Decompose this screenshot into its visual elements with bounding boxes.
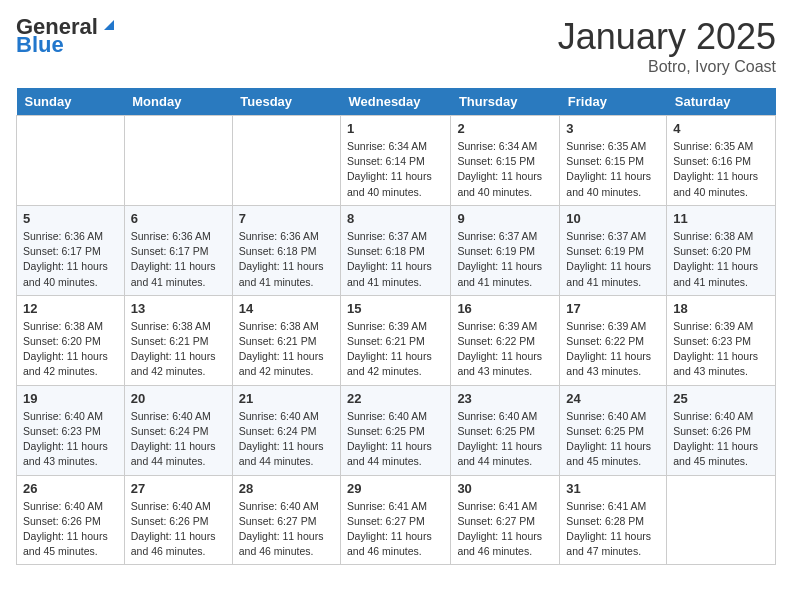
calendar-week-row: 5Sunrise: 6:36 AM Sunset: 6:17 PM Daylig… [17, 205, 776, 295]
day-info: Sunrise: 6:38 AM Sunset: 6:20 PM Dayligh… [23, 319, 118, 380]
day-header-monday: Monday [124, 88, 232, 116]
day-info: Sunrise: 6:40 AM Sunset: 6:27 PM Dayligh… [239, 499, 334, 560]
day-info: Sunrise: 6:39 AM Sunset: 6:22 PM Dayligh… [457, 319, 553, 380]
day-number: 1 [347, 121, 444, 136]
calendar-cell: 19Sunrise: 6:40 AM Sunset: 6:23 PM Dayli… [17, 385, 125, 475]
calendar-cell: 3Sunrise: 6:35 AM Sunset: 6:15 PM Daylig… [560, 116, 667, 206]
day-number: 16 [457, 301, 553, 316]
calendar-cell: 2Sunrise: 6:34 AM Sunset: 6:15 PM Daylig… [451, 116, 560, 206]
day-header-sunday: Sunday [17, 88, 125, 116]
day-info: Sunrise: 6:39 AM Sunset: 6:22 PM Dayligh… [566, 319, 660, 380]
day-number: 30 [457, 481, 553, 496]
day-number: 22 [347, 391, 444, 406]
logo-blue: Blue [16, 34, 118, 56]
day-info: Sunrise: 6:39 AM Sunset: 6:21 PM Dayligh… [347, 319, 444, 380]
day-info: Sunrise: 6:38 AM Sunset: 6:20 PM Dayligh… [673, 229, 769, 290]
calendar-cell [232, 116, 340, 206]
calendar-cell [17, 116, 125, 206]
day-number: 7 [239, 211, 334, 226]
calendar-cell: 14Sunrise: 6:38 AM Sunset: 6:21 PM Dayli… [232, 295, 340, 385]
calendar-cell: 9Sunrise: 6:37 AM Sunset: 6:19 PM Daylig… [451, 205, 560, 295]
day-number: 6 [131, 211, 226, 226]
day-info: Sunrise: 6:40 AM Sunset: 6:26 PM Dayligh… [23, 499, 118, 560]
calendar-cell: 25Sunrise: 6:40 AM Sunset: 6:26 PM Dayli… [667, 385, 776, 475]
day-info: Sunrise: 6:41 AM Sunset: 6:28 PM Dayligh… [566, 499, 660, 560]
day-number: 20 [131, 391, 226, 406]
day-info: Sunrise: 6:41 AM Sunset: 6:27 PM Dayligh… [347, 499, 444, 560]
day-number: 28 [239, 481, 334, 496]
day-info: Sunrise: 6:37 AM Sunset: 6:18 PM Dayligh… [347, 229, 444, 290]
day-info: Sunrise: 6:41 AM Sunset: 6:27 PM Dayligh… [457, 499, 553, 560]
month-title: January 2025 [558, 16, 776, 58]
day-number: 27 [131, 481, 226, 496]
day-info: Sunrise: 6:40 AM Sunset: 6:26 PM Dayligh… [673, 409, 769, 470]
calendar-week-row: 1Sunrise: 6:34 AM Sunset: 6:14 PM Daylig… [17, 116, 776, 206]
day-number: 11 [673, 211, 769, 226]
day-number: 2 [457, 121, 553, 136]
page-header: General Blue January 2025 Botro, Ivory C… [16, 16, 776, 76]
day-info: Sunrise: 6:37 AM Sunset: 6:19 PM Dayligh… [566, 229, 660, 290]
day-info: Sunrise: 6:36 AM Sunset: 6:17 PM Dayligh… [23, 229, 118, 290]
title-area: January 2025 Botro, Ivory Coast [558, 16, 776, 76]
day-header-friday: Friday [560, 88, 667, 116]
day-info: Sunrise: 6:40 AM Sunset: 6:25 PM Dayligh… [457, 409, 553, 470]
day-number: 21 [239, 391, 334, 406]
calendar-cell: 28Sunrise: 6:40 AM Sunset: 6:27 PM Dayli… [232, 475, 340, 565]
calendar-cell: 18Sunrise: 6:39 AM Sunset: 6:23 PM Dayli… [667, 295, 776, 385]
day-info: Sunrise: 6:39 AM Sunset: 6:23 PM Dayligh… [673, 319, 769, 380]
day-number: 10 [566, 211, 660, 226]
calendar-cell: 31Sunrise: 6:41 AM Sunset: 6:28 PM Dayli… [560, 475, 667, 565]
day-number: 8 [347, 211, 444, 226]
day-number: 15 [347, 301, 444, 316]
day-header-wednesday: Wednesday [341, 88, 451, 116]
day-info: Sunrise: 6:35 AM Sunset: 6:15 PM Dayligh… [566, 139, 660, 200]
day-info: Sunrise: 6:40 AM Sunset: 6:24 PM Dayligh… [131, 409, 226, 470]
day-header-tuesday: Tuesday [232, 88, 340, 116]
day-info: Sunrise: 6:37 AM Sunset: 6:19 PM Dayligh… [457, 229, 553, 290]
calendar-cell [124, 116, 232, 206]
day-number: 24 [566, 391, 660, 406]
calendar-table: SundayMondayTuesdayWednesdayThursdayFrid… [16, 88, 776, 565]
calendar-week-row: 12Sunrise: 6:38 AM Sunset: 6:20 PM Dayli… [17, 295, 776, 385]
calendar-cell: 27Sunrise: 6:40 AM Sunset: 6:26 PM Dayli… [124, 475, 232, 565]
day-info: Sunrise: 6:36 AM Sunset: 6:18 PM Dayligh… [239, 229, 334, 290]
calendar-week-row: 19Sunrise: 6:40 AM Sunset: 6:23 PM Dayli… [17, 385, 776, 475]
day-number: 29 [347, 481, 444, 496]
day-info: Sunrise: 6:34 AM Sunset: 6:14 PM Dayligh… [347, 139, 444, 200]
calendar-cell: 30Sunrise: 6:41 AM Sunset: 6:27 PM Dayli… [451, 475, 560, 565]
day-header-saturday: Saturday [667, 88, 776, 116]
day-info: Sunrise: 6:38 AM Sunset: 6:21 PM Dayligh… [131, 319, 226, 380]
day-number: 5 [23, 211, 118, 226]
calendar-cell: 7Sunrise: 6:36 AM Sunset: 6:18 PM Daylig… [232, 205, 340, 295]
day-number: 18 [673, 301, 769, 316]
day-number: 12 [23, 301, 118, 316]
day-info: Sunrise: 6:40 AM Sunset: 6:26 PM Dayligh… [131, 499, 226, 560]
day-number: 23 [457, 391, 553, 406]
calendar-cell: 1Sunrise: 6:34 AM Sunset: 6:14 PM Daylig… [341, 116, 451, 206]
calendar-cell: 23Sunrise: 6:40 AM Sunset: 6:25 PM Dayli… [451, 385, 560, 475]
calendar-cell: 5Sunrise: 6:36 AM Sunset: 6:17 PM Daylig… [17, 205, 125, 295]
day-info: Sunrise: 6:40 AM Sunset: 6:24 PM Dayligh… [239, 409, 334, 470]
day-info: Sunrise: 6:35 AM Sunset: 6:16 PM Dayligh… [673, 139, 769, 200]
calendar-cell: 13Sunrise: 6:38 AM Sunset: 6:21 PM Dayli… [124, 295, 232, 385]
calendar-cell: 26Sunrise: 6:40 AM Sunset: 6:26 PM Dayli… [17, 475, 125, 565]
calendar-cell [667, 475, 776, 565]
day-info: Sunrise: 6:40 AM Sunset: 6:25 PM Dayligh… [566, 409, 660, 470]
day-number: 31 [566, 481, 660, 496]
logo-triangle-icon [100, 16, 118, 34]
day-number: 19 [23, 391, 118, 406]
day-info: Sunrise: 6:38 AM Sunset: 6:21 PM Dayligh… [239, 319, 334, 380]
day-header-thursday: Thursday [451, 88, 560, 116]
calendar-cell: 8Sunrise: 6:37 AM Sunset: 6:18 PM Daylig… [341, 205, 451, 295]
calendar-cell: 15Sunrise: 6:39 AM Sunset: 6:21 PM Dayli… [341, 295, 451, 385]
calendar-cell: 22Sunrise: 6:40 AM Sunset: 6:25 PM Dayli… [341, 385, 451, 475]
day-number: 14 [239, 301, 334, 316]
calendar-cell: 20Sunrise: 6:40 AM Sunset: 6:24 PM Dayli… [124, 385, 232, 475]
day-info: Sunrise: 6:36 AM Sunset: 6:17 PM Dayligh… [131, 229, 226, 290]
logo: General Blue [16, 16, 118, 56]
day-info: Sunrise: 6:34 AM Sunset: 6:15 PM Dayligh… [457, 139, 553, 200]
calendar-cell: 16Sunrise: 6:39 AM Sunset: 6:22 PM Dayli… [451, 295, 560, 385]
calendar-cell: 21Sunrise: 6:40 AM Sunset: 6:24 PM Dayli… [232, 385, 340, 475]
day-info: Sunrise: 6:40 AM Sunset: 6:23 PM Dayligh… [23, 409, 118, 470]
calendar-cell: 10Sunrise: 6:37 AM Sunset: 6:19 PM Dayli… [560, 205, 667, 295]
